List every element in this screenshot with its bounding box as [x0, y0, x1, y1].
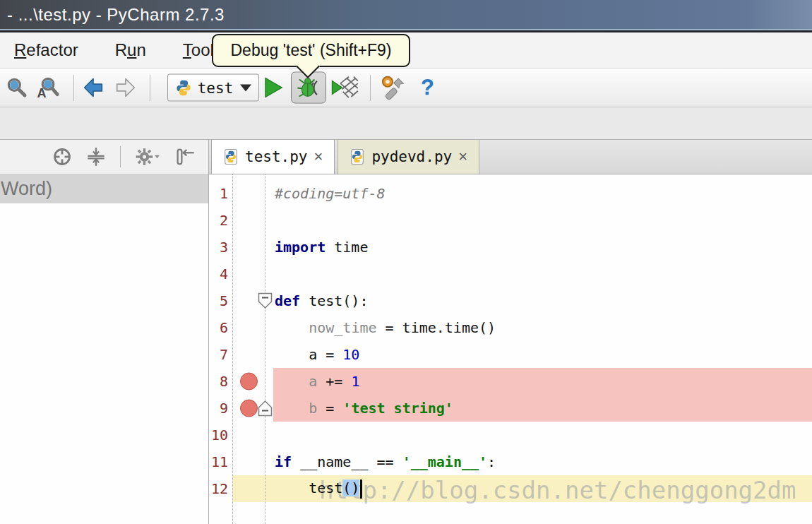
- run-coverage-button[interactable]: [330, 75, 359, 100]
- run-button[interactable]: [263, 76, 284, 99]
- gutter-breakpoint-zone[interactable]: [232, 261, 265, 287]
- line-number: 12: [209, 480, 232, 497]
- gutter-breakpoint-zone[interactable]: [232, 368, 265, 395]
- line-number: 5: [209, 292, 232, 309]
- gutter-breakpoint-zone[interactable]: [232, 395, 265, 422]
- forward-icon: [114, 77, 137, 98]
- gutter-breakpoint-zone[interactable]: [232, 234, 265, 261]
- run-config-label: test: [198, 79, 234, 96]
- back-button[interactable]: [82, 77, 105, 98]
- code-content[interactable]: [265, 261, 812, 287]
- code-content[interactable]: a += 1: [265, 368, 812, 395]
- code-line[interactable]: 1#coding=utf-8: [209, 180, 812, 207]
- code-line[interactable]: 3import time: [209, 234, 812, 261]
- title-bar[interactable]: - ...\test.py - PyCharm 2.7.3: [0, 0, 812, 29]
- panel-toolbar-separator: [120, 146, 121, 167]
- toolbar-separator: [150, 75, 150, 101]
- code-line[interactable]: 2: [209, 207, 812, 234]
- python-file-icon: [350, 149, 365, 165]
- gear-icon[interactable]: [135, 147, 160, 167]
- code-text: a = 10: [275, 346, 359, 363]
- gutter-breakpoint-zone[interactable]: [232, 475, 265, 502]
- fold-marker-icon[interactable]: [258, 292, 273, 309]
- close-icon[interactable]: ×: [314, 149, 323, 165]
- code-line[interactable]: 9 b = 'test string': [209, 395, 812, 422]
- code-content[interactable]: [265, 207, 812, 234]
- gutter-breakpoint-zone[interactable]: [232, 448, 265, 475]
- settings-wrench-icon: [378, 74, 407, 101]
- code-line[interactable]: 7 a = 10: [209, 341, 812, 368]
- code-line[interactable]: 4: [209, 261, 812, 287]
- editor-tabs: test.py × pydevd.py ×: [209, 140, 812, 174]
- breakpoint-icon[interactable]: [240, 373, 258, 391]
- code-content[interactable]: if __name__ == '__main__':: [265, 448, 812, 475]
- line-number: 2: [209, 212, 232, 229]
- python-icon: [175, 79, 192, 96]
- line-number: 11: [209, 453, 232, 470]
- tab-label: pydevd.py: [371, 148, 452, 165]
- line-number: 7: [209, 346, 232, 363]
- left-panel-toolbar: [0, 140, 208, 174]
- editor-lines: 1#coding=utf-823import time45def test():…: [209, 180, 812, 502]
- editor-column: test.py × pydevd.py × 1#coding=utf-823im…: [209, 140, 812, 524]
- find-icon: A: [35, 76, 61, 100]
- code-content[interactable]: now_time = time.time(): [265, 314, 812, 341]
- code-line[interactable]: 10: [209, 422, 812, 448]
- forward-button[interactable]: [114, 77, 137, 98]
- navigation-strip: [0, 107, 812, 140]
- panel-row-word[interactable]: Word): [0, 174, 208, 203]
- gutter-breakpoint-zone[interactable]: [232, 341, 265, 368]
- gutter-breakpoint-zone[interactable]: [232, 207, 265, 234]
- left-panel-body: [0, 203, 208, 524]
- debug-bug-icon: [296, 75, 321, 100]
- close-icon[interactable]: ×: [458, 149, 467, 165]
- breakpoint-icon[interactable]: [240, 400, 258, 417]
- find-button[interactable]: A: [35, 76, 61, 100]
- search-button[interactable]: [6, 76, 28, 99]
- hide-panel-icon[interactable]: [174, 147, 196, 167]
- code-line[interactable]: 12 test(): [209, 475, 812, 502]
- tab-pydevd-py[interactable]: pydevd.py ×: [338, 140, 479, 174]
- window-title: - ...\test.py - PyCharm 2.7.3: [7, 5, 225, 25]
- toolbar-separator: [370, 75, 371, 101]
- settings-button[interactable]: [378, 74, 407, 101]
- workspace: Word) test.py ×: [0, 140, 812, 524]
- gutter-breakpoint-zone[interactable]: [232, 287, 265, 314]
- code-content[interactable]: b = 'test string': [265, 395, 812, 422]
- code-text: #coding=utf-8: [275, 185, 386, 202]
- python-file-icon: [223, 149, 239, 165]
- tab-test-py[interactable]: test.py ×: [211, 140, 335, 174]
- code-line[interactable]: 5def test():: [209, 287, 812, 314]
- chevron-down-icon: [240, 84, 251, 91]
- help-icon: ?: [421, 75, 434, 100]
- code-content[interactable]: def test():: [265, 287, 812, 314]
- code-text: a += 1: [275, 373, 359, 390]
- gutter-breakpoint-zone[interactable]: [232, 422, 265, 448]
- code-content[interactable]: #coding=utf-8: [265, 180, 812, 207]
- code-content[interactable]: a = 10: [265, 341, 812, 368]
- code-content[interactable]: import time: [265, 234, 812, 261]
- code-content[interactable]: [265, 422, 812, 448]
- left-panel: Word): [0, 140, 209, 524]
- code-line[interactable]: 11if __name__ == '__main__':: [209, 448, 812, 475]
- menu-run[interactable]: Run: [115, 40, 146, 60]
- help-button[interactable]: ?: [421, 75, 434, 100]
- run-icon: [263, 76, 284, 99]
- line-number: 3: [209, 239, 232, 256]
- code-line[interactable]: 6 now_time = time.time(): [209, 314, 812, 341]
- code-editor[interactable]: 1#coding=utf-823import time45def test():…: [209, 174, 812, 524]
- fold-marker-icon[interactable]: [258, 400, 273, 417]
- gutter-breakpoint-zone[interactable]: [232, 180, 265, 207]
- collapse-all-icon[interactable]: [86, 147, 106, 167]
- menu-refactor[interactable]: Refactor: [14, 40, 78, 60]
- scroll-to-source-icon[interactable]: [52, 147, 72, 167]
- code-line[interactable]: 8 a += 1: [209, 368, 812, 395]
- gutter-breakpoint-zone[interactable]: [232, 314, 265, 341]
- line-number: 1: [209, 185, 232, 202]
- code-text: if __name__ == '__main__':: [275, 453, 496, 470]
- code-text: import time: [275, 239, 368, 256]
- line-number: 4: [209, 266, 232, 282]
- code-content[interactable]: test(): [265, 475, 812, 502]
- line-number: 10: [209, 427, 232, 443]
- run-config-selector[interactable]: test: [167, 74, 259, 102]
